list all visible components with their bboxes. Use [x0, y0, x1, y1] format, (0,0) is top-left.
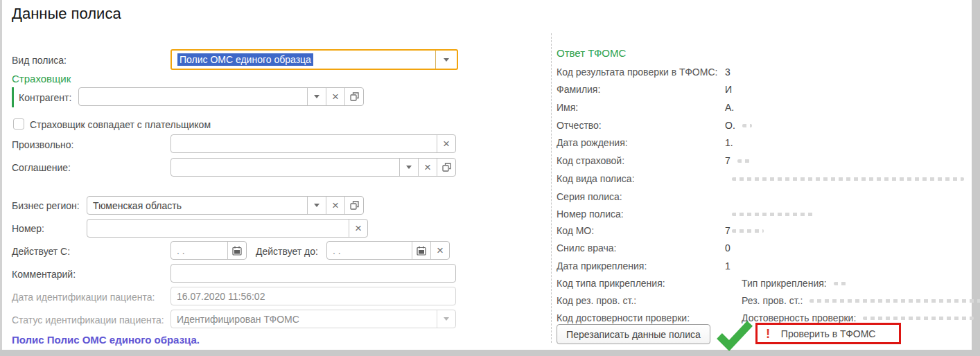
chevron-down-icon[interactable] [435, 51, 457, 69]
business-region-value[interactable]: Тюменская область [87, 197, 307, 214]
rewrite-policy-data-button[interactable]: Перезаписать данные полиса [557, 324, 710, 344]
counterparty-value[interactable] [79, 88, 307, 105]
chevron-down-icon[interactable] [399, 159, 418, 176]
calendar-icon[interactable] [412, 242, 430, 259]
agreement-label: Соглашение: [12, 162, 71, 173]
tfoms-row: Код вида полиса: [557, 172, 964, 186]
patient-ident-status-value: Идентифицирован ТФОМС [171, 310, 437, 328]
tfoms-row: Код МО:7 [557, 224, 764, 238]
clear-icon[interactable]: × [349, 220, 367, 237]
clear-icon[interactable]: × [418, 159, 437, 176]
business-region-input[interactable]: Тюменская область × [87, 196, 364, 215]
agreement-input[interactable]: × [170, 158, 456, 177]
number-input[interactable]: × [87, 219, 368, 238]
tfoms-row: Номер полиса: [557, 207, 815, 221]
comment-input[interactable] [170, 264, 456, 283]
green-checkmark-icon [715, 319, 754, 352]
arbitrary-input[interactable]: × [170, 134, 456, 153]
counterparty-input[interactable]: × [78, 87, 364, 106]
comment-label: Комментарий: [12, 269, 76, 280]
check-in-tfoms-button[interactable]: ! Проверить в ТФОМС [755, 323, 901, 344]
policy-type-label: Вид полиса: [12, 55, 67, 66]
valid-from-label: Действует С: [12, 246, 70, 257]
comment-value[interactable] [171, 265, 455, 282]
tfoms-row-pair: Код типа прикрепления: Тип прикрепления: [557, 276, 846, 290]
page-title: Данные полиса [12, 5, 121, 23]
tfoms-row: Код результата проверки в ТФОМС:3 [557, 65, 730, 79]
arbitrary-value[interactable] [171, 135, 437, 152]
insurer-equals-payer-checkbox[interactable] [13, 118, 24, 130]
policy-type-value: Полис ОМС единого образца [172, 51, 435, 69]
insurer-section-header: Страховщик [12, 73, 71, 84]
business-region-label: Бизнес регион: [12, 200, 80, 211]
tfoms-row: Серия полиса: [557, 190, 725, 204]
counterparty-label: Контрагент: [19, 92, 71, 103]
chevron-down-icon[interactable] [307, 197, 326, 214]
tfoms-row: Дата рождения:1. [557, 136, 733, 150]
clear-icon[interactable]: × [326, 197, 344, 214]
open-picker-icon[interactable] [344, 197, 363, 214]
tfoms-response-panel: Ответ ТФОМС Код результата проверки в ТФ… [551, 33, 963, 343]
clear-icon[interactable]: × [437, 135, 455, 152]
clear-icon[interactable]: × [430, 242, 449, 259]
calendar-icon[interactable] [227, 242, 246, 259]
valid-from-input[interactable]: . . [170, 241, 247, 260]
tfoms-row: Снилс врача:0 [557, 241, 730, 255]
policy-data-window: Данные полиса Вид полиса: Полис ОМС един… [0, 0, 972, 350]
patient-ident-date-field: 16.07.2020 11:56:02 [170, 287, 456, 305]
valid-to-label: Действует до: [256, 246, 318, 257]
number-label: Номер: [12, 223, 44, 234]
patient-ident-status-field: Идентифицирован ТФОМС [170, 310, 456, 328]
chevron-down-icon[interactable] [307, 88, 326, 105]
tfoms-row: Имя:А. [557, 100, 734, 114]
tfoms-row-pair: Код рез. пров. ст.: Рез. пров. ст.: [557, 294, 980, 308]
tfoms-row: Фамилия:И [557, 82, 732, 96]
patient-ident-date-value: 16.07.2020 11:56:02 [171, 287, 455, 305]
required-marker [12, 87, 14, 107]
patient-ident-date-label: Дата идентификации пациента: [12, 292, 155, 303]
policy-summary-link[interactable]: Полис Полис ОМС единого образца. [12, 334, 200, 346]
tfoms-row: Отчество:О. [557, 118, 752, 132]
insurer-equals-payer-label: Страховщик совпадает с плательщиком [30, 119, 211, 130]
patient-ident-status-label: Статус идентификации пациента: [12, 314, 164, 326]
tfoms-row: Дата прикрепления:1 [557, 259, 730, 273]
chevron-down-icon [437, 310, 455, 328]
open-picker-icon[interactable] [344, 88, 363, 105]
valid-to-input[interactable]: . . × [326, 241, 450, 260]
agreement-value[interactable] [171, 159, 399, 176]
policy-type-combobox[interactable]: Полис ОМС единого образца [170, 49, 458, 70]
tfoms-row: Код страховой:7 [557, 154, 750, 168]
clear-icon[interactable]: × [326, 88, 344, 105]
arbitrary-label: Произвольно: [12, 139, 74, 150]
tfoms-response-header: Ответ ТФОМС [557, 47, 626, 59]
open-picker-icon[interactable] [437, 159, 455, 176]
valid-from-value[interactable]: . . [171, 242, 227, 259]
valid-to-value[interactable]: . . [327, 242, 412, 259]
number-value[interactable] [87, 220, 349, 237]
